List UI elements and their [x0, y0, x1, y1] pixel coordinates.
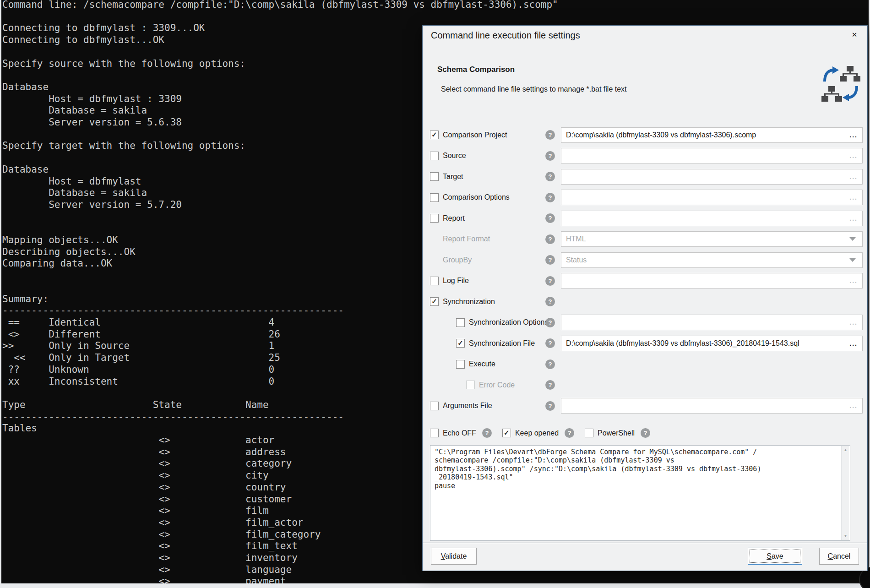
synchronization-options-label: Synchronization Options — [469, 318, 548, 327]
chevron-down-icon[interactable] — [849, 237, 856, 241]
comparison-project-input[interactable]: D:\comp\sakila (dbfmylast-3309 vs dbfmyl… — [561, 127, 863, 143]
option-echo-off: Echo OFF? — [430, 428, 492, 438]
comparison-project-checkbox[interactable]: ✓ — [430, 131, 439, 139]
browse-icon[interactable]: ... — [849, 173, 862, 180]
arguments-file-label: Arguments File — [443, 402, 492, 410]
help-icon[interactable]: ? — [545, 213, 555, 223]
browse-icon[interactable]: ... — [849, 131, 862, 139]
source-label: Source — [443, 152, 466, 160]
option-powershell: PowerShell? — [585, 428, 650, 438]
report-format-value: HTML — [561, 235, 849, 243]
cancel-button[interactable]: Cancel — [819, 548, 859, 565]
window-edge-bottom — [0, 583, 870, 588]
bat-options-row: Echo OFF?✓Keep opened?PowerShell? — [430, 428, 650, 438]
setting-row-comparison-options: Comparison Options?... — [423, 187, 867, 208]
log-file-input[interactable]: ... — [561, 273, 863, 289]
option-keep-opened: ✓Keep opened? — [502, 428, 574, 438]
source-input[interactable]: ... — [561, 148, 863, 163]
help-icon[interactable]: ? — [545, 276, 555, 286]
help-icon[interactable]: ? — [545, 380, 555, 390]
browse-icon[interactable]: ... — [849, 215, 862, 222]
setting-row-log-file: Log File?... — [423, 271, 867, 292]
chevron-down-icon[interactable] — [849, 258, 856, 262]
synchronization-file-value: D:\comp\sakila (dbfmylast-3309 vs dbfmyl… — [561, 339, 849, 348]
setting-row-comparison-project: ✓Comparison Project?D:\comp\sakila (dbfm… — [423, 125, 867, 146]
settings-rows: ✓Comparison Project?D:\comp\sakila (dbfm… — [423, 125, 867, 416]
synchronization-file-input[interactable]: D:\comp\sakila (dbfmylast-3309 vs dbfmyl… — [561, 336, 863, 351]
help-icon[interactable]: ? — [565, 428, 574, 438]
help-icon[interactable]: ? — [545, 193, 555, 202]
help-icon[interactable]: ? — [545, 318, 555, 327]
schema-comparison-icon — [821, 64, 861, 106]
help-icon[interactable]: ? — [545, 338, 555, 348]
help-icon[interactable]: ? — [545, 130, 555, 140]
browse-icon[interactable]: ... — [849, 402, 862, 409]
setting-row-report-format: Report Format?HTML — [423, 229, 867, 250]
bat-script-text[interactable]: "C:\Program Files\Devart\dbForge Schema … — [430, 446, 850, 492]
arguments-file-checkbox[interactable] — [430, 402, 439, 410]
comparison-options-checkbox[interactable] — [430, 193, 439, 202]
help-icon[interactable]: ? — [545, 255, 555, 265]
execute-label: Execute — [469, 360, 495, 368]
close-icon[interactable]: ✕ — [849, 29, 860, 40]
setting-row-execute: Execute? — [423, 354, 867, 375]
comparison-options-input[interactable]: ... — [561, 190, 863, 205]
execute-checkbox[interactable] — [456, 360, 465, 369]
setting-row-synchronization: ✓Synchronization? — [423, 291, 867, 312]
spacer — [430, 256, 439, 264]
browse-icon[interactable]: ... — [849, 152, 862, 159]
scrollbar[interactable]: ▲ ▼ — [841, 446, 849, 540]
target-checkbox[interactable] — [430, 172, 439, 181]
setting-row-target: Target?... — [423, 166, 867, 187]
report-checkbox[interactable] — [430, 214, 439, 223]
scroll-down-icon[interactable]: ▼ — [842, 532, 849, 540]
browse-icon[interactable]: ... — [849, 319, 862, 326]
command-line-settings-dialog: Command line execution file settings ✕ S… — [422, 25, 868, 571]
help-icon[interactable]: ? — [545, 401, 555, 411]
help-icon[interactable]: ? — [545, 359, 555, 369]
powershell-checkbox[interactable] — [585, 429, 593, 437]
comparison-project-label: Comparison Project — [443, 131, 507, 139]
report-label: Report — [443, 214, 465, 223]
target-input[interactable]: ... — [561, 169, 863, 185]
help-icon[interactable]: ? — [545, 297, 555, 306]
groupby-label: GroupBy — [443, 256, 472, 264]
synchronization-file-checkbox[interactable]: ✓ — [456, 339, 465, 348]
help-icon[interactable]: ? — [545, 234, 555, 244]
error-code-label: Error Code — [479, 381, 515, 389]
scroll-up-icon[interactable]: ▲ — [842, 446, 849, 454]
help-icon[interactable]: ? — [545, 172, 555, 181]
keep-opened-label: Keep opened — [515, 429, 559, 437]
log-file-checkbox[interactable] — [430, 277, 439, 285]
help-icon[interactable]: ? — [545, 151, 555, 161]
section-title: Schema Comparison — [437, 65, 515, 74]
help-icon[interactable]: ? — [641, 428, 650, 438]
browse-icon[interactable]: ... — [849, 194, 862, 201]
setting-row-synchronization-file: ✓Synchronization File?D:\comp\sakila (db… — [423, 333, 867, 354]
groupby-value: Status — [561, 256, 849, 264]
synchronization-options-input[interactable]: ... — [561, 315, 863, 330]
comparison-options-label: Comparison Options — [443, 193, 510, 201]
source-checkbox[interactable] — [430, 152, 439, 160]
save-button[interactable]: Save — [748, 548, 802, 565]
validate-button[interactable]: Validate — [431, 548, 477, 565]
browse-icon[interactable]: ... — [849, 277, 862, 284]
setting-row-synchronization-options: Synchronization Options?... — [423, 312, 867, 333]
target-label: Target — [443, 173, 463, 181]
keep-opened-checkbox[interactable]: ✓ — [502, 429, 511, 437]
report-input[interactable]: ... — [561, 211, 863, 226]
help-icon[interactable]: ? — [482, 428, 492, 438]
bat-script-box[interactable]: "C:\Program Files\Devart\dbForge Schema … — [430, 445, 850, 541]
arguments-file-input[interactable]: ... — [561, 398, 863, 414]
footer-divider — [423, 542, 867, 544]
echo-off-checkbox[interactable] — [430, 429, 439, 437]
window-edge-left — [0, 0, 1, 588]
setting-row-error-code: Error Code? — [423, 375, 867, 396]
browse-icon[interactable]: ... — [849, 340, 862, 347]
groupby-dropdown[interactable]: Status — [561, 252, 863, 268]
app-window: Command line: /schemacompare /compfile:"… — [0, 0, 870, 588]
report-format-dropdown[interactable]: HTML — [561, 231, 863, 247]
synchronization-options-checkbox[interactable] — [456, 318, 465, 327]
error-code-checkbox[interactable] — [466, 381, 475, 389]
synchronization-checkbox[interactable]: ✓ — [430, 297, 439, 306]
